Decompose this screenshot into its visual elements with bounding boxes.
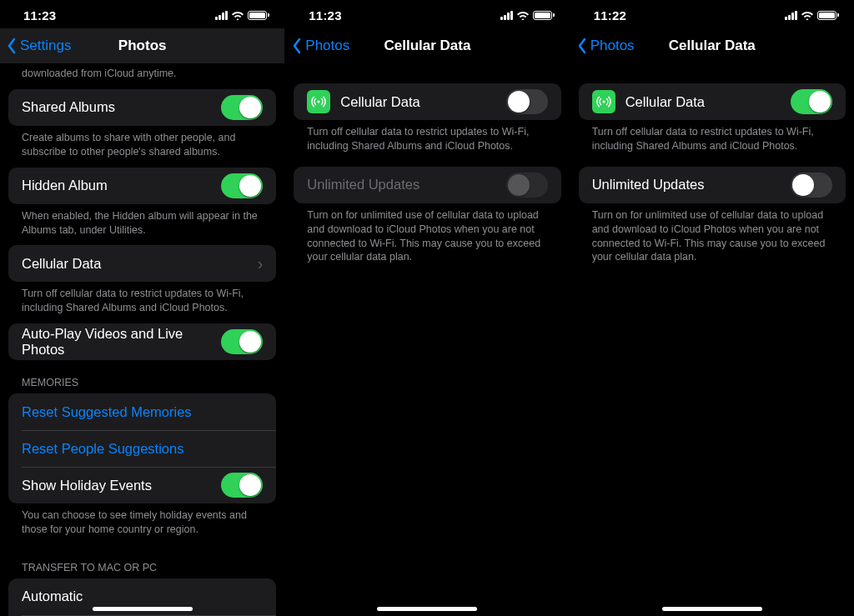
cellular-data-footer: Turn off cellular data to restrict updat…: [294, 120, 560, 162]
reset-memories-label: Reset Suggested Memories: [22, 404, 263, 420]
reset-memories-row[interactable]: Reset Suggested Memories: [8, 393, 276, 430]
home-indicator[interactable]: [662, 607, 762, 611]
page-title: Cellular Data: [669, 38, 756, 54]
hidden-album-footer: When enabled, the Hidden album will appe…: [8, 204, 276, 246]
status-bar: 11:23: [285, 0, 569, 28]
screen-cellular-on: 11:22 Photos Cellular Data Cellular Data: [570, 0, 854, 616]
navbar: Photos Cellular Data: [285, 28, 569, 63]
transfer-automatic-label: Automatic: [22, 588, 263, 604]
unlimited-updates-label: Unlimited Updates: [592, 177, 791, 193]
cellular-data-toggle[interactable]: [506, 89, 548, 114]
svg-point-0: [318, 100, 320, 103]
shared-albums-row[interactable]: Shared Albums: [8, 89, 276, 126]
memories-header: MEMORIES: [8, 360, 276, 393]
back-label: Photos: [305, 38, 349, 54]
unlimited-updates-label: Unlimited Updates: [307, 177, 505, 193]
chevron-right-icon: ›: [258, 254, 264, 273]
signal-icon: [785, 11, 797, 20]
memories-footer: You can choose to see timely holiday eve…: [8, 503, 276, 545]
chevron-left-icon: [577, 38, 587, 54]
home-indicator[interactable]: [93, 607, 193, 611]
holiday-toggle[interactable]: [221, 473, 263, 498]
screen-photos-settings: 11:23 Settings Photos downloaded from iC…: [0, 0, 284, 616]
chevron-left-icon: [7, 38, 17, 54]
unlimited-updates-row: Unlimited Updates: [294, 167, 560, 203]
battery-icon: [533, 11, 555, 20]
truncated-footer: downloaded from iCloud anytime.: [8, 63, 276, 89]
status-icons: [500, 10, 555, 20]
chevron-left-icon: [292, 38, 302, 54]
antenna-icon: [592, 90, 615, 113]
status-time: 11:23: [23, 8, 56, 23]
unlimited-updates-footer: Turn on for unlimited use of cellular da…: [579, 203, 846, 273]
reset-people-label: Reset People Suggestions: [22, 441, 263, 457]
cellular-data-row[interactable]: Cellular Data ›: [8, 245, 276, 282]
svg-point-1: [602, 100, 605, 103]
hidden-album-toggle[interactable]: [221, 173, 263, 198]
wifi-icon: [801, 10, 814, 20]
page-title: Photos: [118, 38, 167, 54]
back-button[interactable]: Photos: [577, 28, 635, 63]
hidden-album-label: Hidden Album: [22, 178, 221, 193]
cellular-data-toggle[interactable]: [791, 89, 832, 114]
unlimited-updates-footer: Turn on for unlimited use of cellular da…: [294, 203, 560, 273]
navbar: Photos Cellular Data: [570, 28, 854, 63]
status-bar: 11:22: [570, 0, 854, 28]
signal-icon: [215, 11, 228, 20]
reset-people-row[interactable]: Reset People Suggestions: [8, 430, 276, 467]
screen-cellular-off: 11:23 Photos Cellular Data Cellular Data: [284, 0, 569, 616]
transfer-header: TRANSFER TO MAC OR PC: [8, 545, 276, 578]
autoplay-label: Auto-Play Videos and Live Photos: [22, 326, 221, 358]
cellular-data-footer: Turn off cellular data to restrict updat…: [579, 120, 846, 162]
holiday-label: Show Holiday Events: [22, 478, 221, 493]
holiday-row[interactable]: Show Holiday Events: [8, 467, 276, 503]
shared-albums-label: Shared Albums: [22, 99, 221, 115]
wifi-icon: [231, 10, 244, 20]
status-bar: 11:23: [0, 0, 284, 28]
back-label: Photos: [590, 38, 635, 54]
wifi-icon: [516, 10, 530, 20]
unlimited-updates-toggle: [506, 173, 548, 198]
settings-list[interactable]: downloaded from iCloud anytime. Shared A…: [0, 63, 284, 616]
settings-list[interactable]: Cellular Data Turn off cellular data to …: [285, 63, 569, 616]
cellular-data-row[interactable]: Cellular Data: [579, 83, 846, 120]
page-title: Cellular Data: [384, 38, 471, 54]
signal-icon: [500, 11, 513, 20]
unlimited-updates-row[interactable]: Unlimited Updates: [579, 167, 846, 203]
back-button[interactable]: Settings: [7, 28, 71, 63]
status-time: 11:22: [594, 8, 626, 23]
battery-icon: [817, 11, 839, 20]
status-icons: [785, 10, 839, 20]
battery-icon: [248, 11, 269, 20]
cellular-data-label: Cellular Data: [340, 94, 505, 110]
cellular-data-label: Cellular Data: [22, 256, 258, 272]
cellular-data-row[interactable]: Cellular Data: [294, 83, 560, 120]
back-label: Settings: [20, 38, 71, 54]
settings-list[interactable]: Cellular Data Turn off cellular data to …: [570, 63, 854, 616]
autoplay-toggle[interactable]: [221, 329, 263, 354]
status-time: 11:23: [309, 8, 341, 23]
cellular-data-footer: Turn off cellular data to restrict updat…: [8, 282, 276, 323]
antenna-icon: [307, 90, 330, 113]
home-indicator[interactable]: [377, 607, 477, 611]
autoplay-row[interactable]: Auto-Play Videos and Live Photos: [8, 323, 276, 360]
back-button[interactable]: Photos: [292, 28, 349, 63]
status-icons: [215, 10, 269, 20]
shared-albums-toggle[interactable]: [221, 95, 263, 120]
shared-albums-footer: Create albums to share with other people…: [8, 126, 276, 168]
navbar: Settings Photos: [0, 28, 284, 63]
unlimited-updates-toggle[interactable]: [791, 173, 832, 198]
hidden-album-row[interactable]: Hidden Album: [8, 168, 276, 204]
cellular-data-label: Cellular Data: [625, 94, 791, 110]
